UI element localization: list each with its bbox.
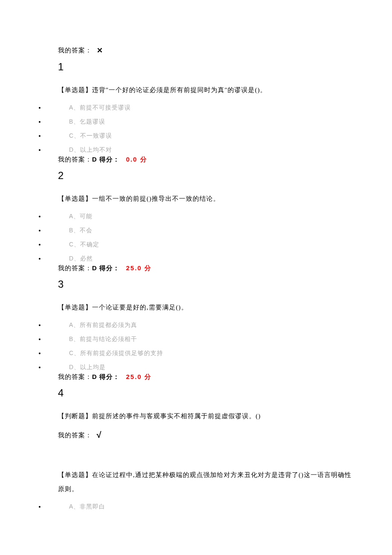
list-item: C、所有前提必须提供足够的支持 xyxy=(45,350,358,357)
question-text: 【单选题】违背"一个好的论证必须是所有前提同时为真"的谬误是()。 xyxy=(58,83,358,97)
question-block-4: 4 【判断题】前提所述的事件与客观事实不相符属于前提虚假谬误。() 我的答案： … xyxy=(58,387,358,440)
question-text: 【单选题】一个论证要是好的,需要满足()。 xyxy=(58,301,358,315)
question-number: 3 xyxy=(58,278,358,290)
options-list: A、可能 B、不会 C、不确定 D、必然 xyxy=(34,213,358,263)
spacer xyxy=(34,446,358,465)
question-block-5: 【单选题】在论证过程中,通过把某种极端的观点强加给对方来丑化对方是违背了()这一… xyxy=(58,468,358,496)
answer-block-2: 我的答案：D 得分： 25.0 分 xyxy=(58,264,358,272)
question-block-3: 3 【单选题】一个论证要是好的,需要满足()。 xyxy=(58,278,358,315)
question-type-tag: 【单选题】 xyxy=(58,304,92,311)
list-item: D、必然 xyxy=(45,255,358,263)
my-answer-value: D xyxy=(92,264,97,272)
my-answer-value: D xyxy=(92,373,97,380)
check-icon: √ xyxy=(97,430,102,439)
answer-line: 我的答案： √ xyxy=(58,430,358,440)
score-value: 25.0 分 xyxy=(126,373,152,380)
list-item: A、可能 xyxy=(45,213,358,220)
my-answer-label: 我的答案： xyxy=(58,47,92,54)
intro-answer-line: 我的答案： ✕ xyxy=(58,46,358,55)
question-type-tag: 【单选题】 xyxy=(58,195,92,202)
question-text: 【单选题】一组不一致的前提()推导出不一致的结论。 xyxy=(58,192,358,206)
my-answer-value: D xyxy=(92,156,97,163)
list-item: A、前提不可接受谬误 xyxy=(45,104,358,112)
options-list: A、非黑即白 xyxy=(34,503,358,511)
list-item: A、非黑即白 xyxy=(45,503,358,511)
answer-block-3: 我的答案：D 得分： 25.0 分 xyxy=(58,373,358,381)
question-type-tag: 【单选题】 xyxy=(58,87,92,93)
cross-icon: ✕ xyxy=(97,46,103,55)
list-item: C、不一致谬误 xyxy=(45,132,358,140)
list-item: B、前提与结论必须相干 xyxy=(45,335,358,343)
question-block-2: 2 【单选题】一组不一致的前提()推导出不一致的结论。 xyxy=(58,170,358,206)
list-item: A、所有前提都必须为真 xyxy=(45,321,358,329)
list-item: D、以上均不对 xyxy=(45,146,358,154)
answer-block-1: 我的答案：D 得分： 0.0 分 xyxy=(58,156,358,164)
question-type-tag: 【单选题】 xyxy=(58,471,92,478)
list-item: B、不会 xyxy=(45,227,358,234)
intro-answer-block: 我的答案： ✕ xyxy=(58,46,358,55)
answer-line: 我的答案：D 得分： 25.0 分 xyxy=(58,264,358,272)
list-item: B、乞题谬误 xyxy=(45,118,358,126)
question-text: 【判断题】前提所述的事件与客观事实不相符属于前提虚假谬误。() xyxy=(58,409,358,423)
question-text: 【单选题】在论证过程中,通过把某种极端的观点强加给对方来丑化对方是违背了()这一… xyxy=(58,468,358,496)
document-page: 我的答案： ✕ 1 【单选题】违背"一个好的论证必须是所有前提同时为真"的谬误是… xyxy=(0,0,392,543)
question-number: 2 xyxy=(58,170,358,182)
question-number: 4 xyxy=(58,387,358,399)
answer-line: 我的答案：D 得分： 25.0 分 xyxy=(58,373,358,381)
list-item: C、不确定 xyxy=(45,241,358,249)
question-block-1: 1 【单选题】违背"一个好的论证必须是所有前提同时为真"的谬误是()。 xyxy=(58,61,358,97)
score-value: 25.0 分 xyxy=(126,264,152,272)
question-number: 1 xyxy=(58,61,358,73)
options-list: A、前提不可接受谬误 B、乞题谬误 C、不一致谬误 D、以上均不对 xyxy=(34,104,358,154)
list-item: D、以上均是 xyxy=(45,364,358,371)
answer-line: 我的答案：D 得分： 0.0 分 xyxy=(58,156,358,164)
score-value: 0.0 分 xyxy=(126,156,147,163)
options-list: A、所有前提都必须为真 B、前提与结论必须相干 C、所有前提必须提供足够的支持 … xyxy=(34,321,358,371)
question-type-tag: 【判断题】 xyxy=(58,413,92,419)
